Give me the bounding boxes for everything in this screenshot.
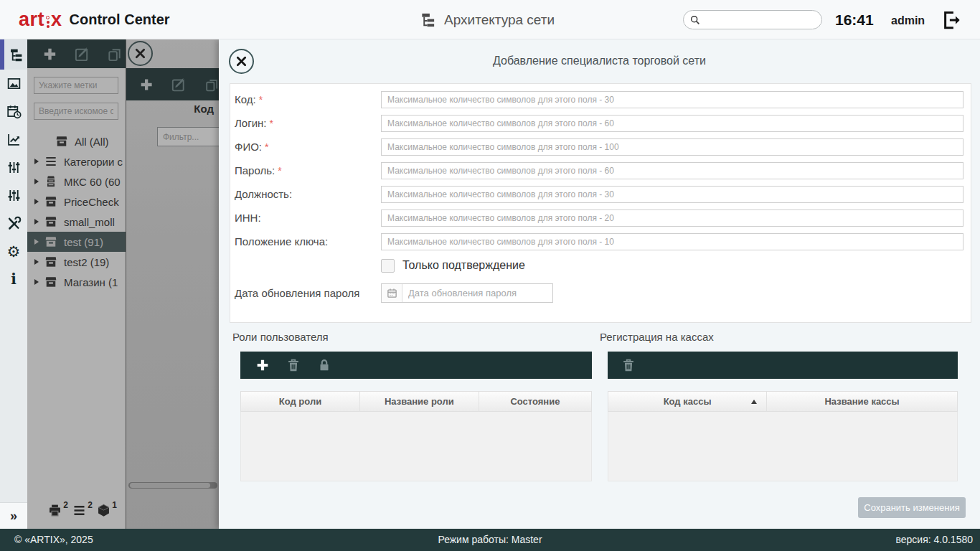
save-changes-button[interactable]: Сохранить изменения [858,497,966,518]
confirm-only-checkbox[interactable] [381,259,395,273]
calendar-clock-icon [6,104,22,119]
lock-role-icon[interactable] [316,357,332,373]
form-row-login: Логин:* [230,111,971,135]
roles-table: Код роли Название роли Состояние [240,352,592,481]
tools-icon [6,216,22,231]
field-label: Логин: [235,117,267,129]
roles-toolbar [240,352,592,379]
col-cash-name[interactable]: Название кассы [767,392,957,411]
logout-button[interactable] [941,9,963,31]
version: версия: 4.0.1580 [895,529,973,551]
cash-table-title: Регистрация на кассах [600,331,714,343]
col-cash-code[interactable]: Код кассы [608,392,767,411]
login-field[interactable] [381,115,963,132]
logo-text-part2: x [51,9,62,30]
password-field[interactable] [381,162,963,179]
required-marker: * [278,165,281,176]
chevron-double-right-icon: » [10,509,17,524]
app-header: art x Control Center Архитектура сети 16… [0,0,980,39]
field-label: ИНН: [235,212,261,224]
required-marker: * [259,94,263,105]
col-role-name[interactable]: Название роли [360,392,479,411]
confirm-only-label: Только подтверждение [402,259,525,272]
form-row-position: Должность: [230,182,971,206]
network-architecture-icon [9,47,24,62]
roles-table-body-empty [240,412,592,481]
logo-text-part1: art [19,9,44,30]
app-title: Control Center [70,7,170,32]
search-input[interactable] [705,14,816,25]
rail-item-network-architecture[interactable] [0,39,27,70]
rail-item-system[interactable]: ⚙ [0,237,27,265]
cash-table-header: Код кассы Название кассы [608,391,958,412]
rail-item-service[interactable] [0,209,27,237]
rail-item-settings-sliders[interactable] [0,182,27,209]
user-menu[interactable]: admin [891,0,925,42]
rail-item-statistics[interactable] [0,126,27,154]
position-field[interactable] [381,186,963,203]
rail-item-workstations[interactable] [0,70,27,98]
form-row-password: Пароль:* [230,159,971,182]
field-label: Код: [235,93,256,105]
field-label: Дата обновления пароля [235,287,359,299]
chart-line-icon [6,132,22,147]
cash-table: Код кассы Название кассы [608,352,958,481]
form-row-code: Код:* [230,88,971,111]
specialist-form: Код:* Логин:* ФИО:* Пароль:* Должность: … [230,83,971,323]
current-section: Архитектура сети [420,0,555,39]
app-footer: © «ARTIX», 2025 Режим работы: Master вер… [0,529,980,551]
form-row-password-date: Дата обновления пароля [230,278,971,308]
nav-rail: ⚙ i » [0,39,27,529]
roles-table-header: Код роли Название роли Состояние [240,391,592,412]
col-role-code[interactable]: Код роли [241,392,360,411]
logout-icon [941,9,963,31]
col-role-state[interactable]: Состояние [479,392,591,411]
fio-field[interactable] [381,138,963,156]
calendar-icon[interactable] [382,284,402,302]
form-row-fio: ФИО:* [230,135,971,159]
delete-role-icon[interactable] [286,357,301,373]
global-search[interactable] [683,10,822,29]
password-date-picker[interactable] [381,283,553,303]
modal-title: Добавление специалиста торговой сети [219,55,980,67]
clock: 16:41 [835,0,874,39]
sliders-icon [6,188,22,203]
form-row-key-position: Положение ключа: [230,230,971,253]
cash-table-body-empty [608,412,958,481]
artix-logo: art x Control Center [19,7,170,32]
password-date-input[interactable] [402,284,552,302]
logo-dotted-i-icon [46,16,50,28]
modal-dim-overlay [27,39,219,529]
rail-item-parameters[interactable] [0,154,27,182]
workstations-icon [6,76,22,91]
search-icon [689,14,701,26]
add-role-icon[interactable] [255,357,270,373]
field-label: ФИО: [235,141,262,153]
required-marker: * [270,118,273,129]
sliders-icon [6,160,22,175]
form-row-confirm-only: Только подтверждение [230,253,971,278]
section-title: Архитектура сети [444,12,555,28]
field-label: Положение ключа: [235,235,328,248]
cash-toolbar [608,352,958,379]
expand-panel-button[interactable]: » [0,502,27,529]
info-icon: i [11,272,17,287]
roles-table-title: Роли пользователя [232,331,329,343]
field-label: Пароль: [235,164,275,176]
code-field[interactable] [381,91,963,108]
field-label: Должность: [235,188,292,200]
rail-item-about[interactable]: i [0,265,27,293]
network-architecture-icon [420,11,436,28]
inn-field[interactable] [381,209,963,227]
required-marker: * [265,141,268,153]
sort-asc-icon [751,400,757,404]
delete-cash-icon[interactable] [621,357,636,373]
form-row-inn: ИНН: [230,206,971,230]
rail-item-schedule[interactable] [0,98,27,126]
gear-icon: ⚙ [7,244,21,259]
work-mode: Режим работы: Master [0,529,980,551]
add-specialist-modal: Добавление специалиста торговой сети Код… [219,39,980,529]
key-position-field[interactable] [381,233,963,250]
